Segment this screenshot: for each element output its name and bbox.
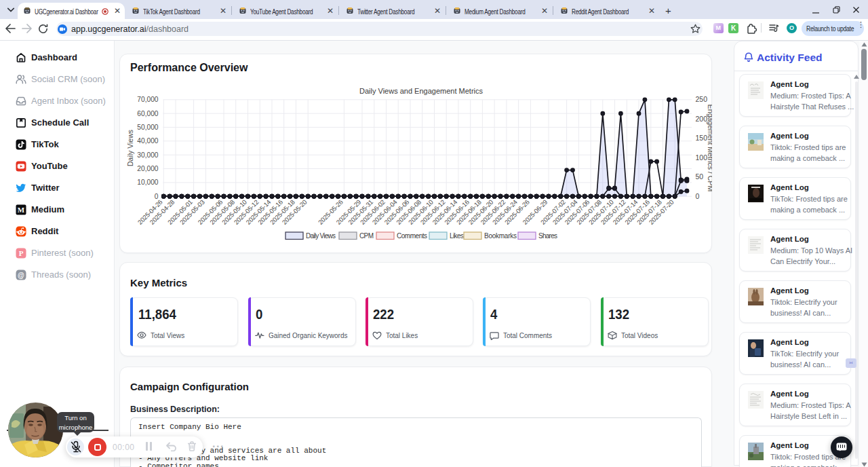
- svg-text:10,000: 10,000: [137, 179, 158, 186]
- svg-text:50: 50: [696, 172, 704, 181]
- svg-text:50,000: 50,000: [137, 124, 158, 131]
- svg-text:40,000: 40,000: [137, 137, 158, 145]
- svg-text:30,000: 30,000: [137, 151, 158, 159]
- svg-text:Likes: Likes: [450, 232, 464, 240]
- svg-text:P: P: [19, 249, 24, 257]
- svg-text:Shares: Shares: [538, 232, 557, 240]
- svg-text:@: @: [18, 272, 24, 279]
- svg-text:Comments: Comments: [397, 232, 427, 240]
- svg-text:100: 100: [696, 153, 708, 162]
- svg-text:250: 250: [696, 95, 708, 103]
- svg-text:60,000: 60,000: [137, 110, 158, 117]
- svg-text:20,000: 20,000: [137, 165, 158, 172]
- svg-text:CPM: CPM: [359, 232, 374, 240]
- svg-text:70,000: 70,000: [137, 96, 158, 103]
- svg-text:Engagement Metrics / CPM: Engagement Metrics / CPM: [707, 105, 712, 191]
- svg-text:Daily Views and Engagement Met: Daily Views and Engagement Metrics: [359, 87, 483, 95]
- svg-text:Daily Views: Daily Views: [126, 130, 134, 166]
- svg-text:0: 0: [696, 192, 700, 200]
- svg-text:200: 200: [696, 115, 708, 123]
- svg-text:150: 150: [696, 134, 708, 142]
- svg-text:M: M: [18, 206, 25, 214]
- svg-text:Bookmarks: Bookmarks: [484, 232, 517, 240]
- svg-text:Daily Views: Daily Views: [306, 232, 336, 240]
